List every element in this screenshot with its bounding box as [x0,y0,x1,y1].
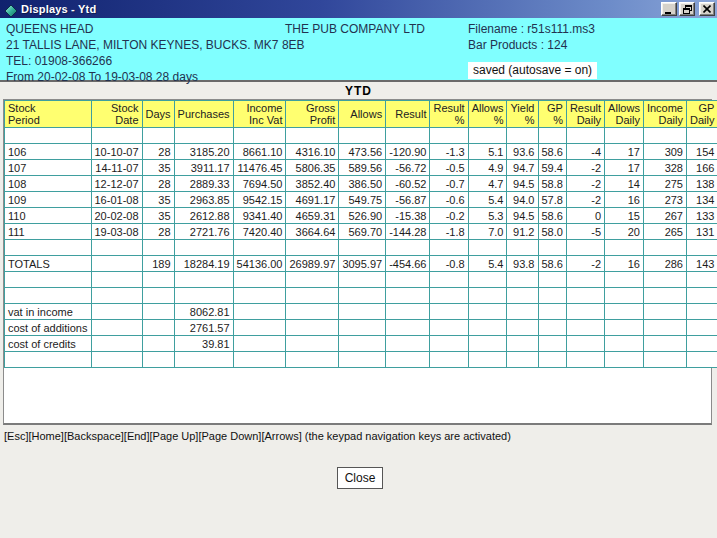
grid-cell[interactable] [468,352,507,368]
grid-cell[interactable]: 4316.10 [286,144,339,160]
grid-cell[interactable] [507,304,538,320]
grid-cell[interactable]: 2889.33 [174,176,233,192]
grid-cell[interactable] [142,128,174,144]
grid-cell[interactable]: 94.0 [507,192,538,208]
grid-cell[interactable] [566,352,604,368]
grid-cell[interactable]: -144.28 [386,224,430,240]
grid-cell[interactable]: 14 [605,176,644,192]
grid-cell[interactable] [386,320,430,336]
grid-cell[interactable]: 549.75 [339,192,386,208]
grid-cell[interactable] [468,128,507,144]
grid-cell[interactable]: 2721.76 [174,224,233,240]
grid-cell[interactable] [142,304,174,320]
grid-cell[interactable]: 133 [686,208,717,224]
grid-cell[interactable]: 5.3 [468,208,507,224]
grid-cell[interactable] [605,128,644,144]
grid-cell[interactable] [286,128,339,144]
grid-cell[interactable]: 309 [643,144,686,160]
grid-cell[interactable] [643,336,686,352]
grid-cell[interactable]: 154 [686,144,717,160]
grid-cell[interactable]: 131 [686,224,717,240]
grid-cell[interactable]: 569.70 [339,224,386,240]
grid-cell[interactable] [5,288,92,304]
grid-cell[interactable] [538,352,566,368]
grid-cell[interactable] [5,128,92,144]
grid-cell[interactable] [538,304,566,320]
grid-cell[interactable] [339,304,386,320]
grid-cell[interactable]: 14-11-07 [91,160,142,176]
grid-cell[interactable]: 473.56 [339,144,386,160]
grid-cell[interactable] [174,272,233,288]
grid-cell[interactable]: 35 [142,192,174,208]
grid-cell[interactable]: 189 [142,256,174,272]
grid-cell[interactable] [468,320,507,336]
grid-cell[interactable] [233,336,286,352]
grid-cell[interactable] [430,272,468,288]
grid-cell[interactable]: 166 [686,160,717,176]
grid-cell[interactable] [686,240,717,256]
grid-cell[interactable]: -120.90 [386,144,430,160]
grid-cell[interactable] [605,240,644,256]
grid-cell[interactable] [91,272,142,288]
grid-cell[interactable] [339,272,386,288]
grid-cell[interactable]: -15.38 [386,208,430,224]
grid-cell[interactable] [286,336,339,352]
grid-cell[interactable]: 8062.81 [174,304,233,320]
grid-cell[interactable] [643,352,686,368]
grid-cell[interactable] [339,320,386,336]
grid-cell[interactable]: 57.8 [538,192,566,208]
grid-cell[interactable]: 110 [5,208,92,224]
grid-cell[interactable] [286,352,339,368]
grid-cell[interactable] [142,272,174,288]
grid-cell[interactable] [566,240,604,256]
grid-cell[interactable] [91,256,142,272]
grid-cell[interactable] [686,288,717,304]
grid-cell[interactable] [174,288,233,304]
grid-cell[interactable]: -0.7 [430,176,468,192]
grid-cell[interactable]: 93.8 [507,256,538,272]
grid-cell[interactable] [339,352,386,368]
grid-cell[interactable] [233,288,286,304]
grid-cell[interactable] [507,336,538,352]
grid-cell[interactable]: 134 [686,192,717,208]
grid-cell[interactable]: 589.56 [339,160,386,176]
grid-cell[interactable]: 273 [643,192,686,208]
grid-cell[interactable]: 94.5 [507,208,538,224]
grid-cell[interactable] [566,288,604,304]
grid-cell[interactable] [566,272,604,288]
grid-cell[interactable]: 59.4 [538,160,566,176]
grid-cell[interactable]: -56.72 [386,160,430,176]
close-button[interactable]: Close [337,467,383,489]
grid-cell[interactable]: -0.5 [430,160,468,176]
grid-cell[interactable] [507,352,538,368]
grid-cell[interactable] [686,352,717,368]
grid-cell[interactable]: 12-12-07 [91,176,142,192]
grid-cell[interactable]: 526.90 [339,208,386,224]
grid-cell[interactable]: 0 [566,208,604,224]
grid-cell[interactable] [233,272,286,288]
grid-cell[interactable]: cost of credits [5,336,92,352]
grid-cell[interactable]: 9341.40 [233,208,286,224]
grid-cell[interactable]: 20-02-08 [91,208,142,224]
grid-cell[interactable]: 143 [686,256,717,272]
grid-cell[interactable]: 17 [605,160,644,176]
grid-cell[interactable]: 267 [643,208,686,224]
grid-cell[interactable] [339,336,386,352]
grid-cell[interactable]: -1.3 [430,144,468,160]
grid-cell[interactable]: 35 [142,160,174,176]
minimize-button[interactable] [661,2,677,16]
grid-cell[interactable] [233,320,286,336]
grid-cell[interactable]: 4.9 [468,160,507,176]
grid-cell[interactable] [142,320,174,336]
grid-cell[interactable]: 111 [5,224,92,240]
grid-cell[interactable] [538,288,566,304]
grid-cell[interactable] [686,272,717,288]
grid-cell[interactable]: 54136.00 [233,256,286,272]
grid-cell[interactable]: 138 [686,176,717,192]
grid-cell[interactable] [566,128,604,144]
grid-cell[interactable] [468,272,507,288]
grid-cell[interactable]: 19-03-08 [91,224,142,240]
grid-cell[interactable] [5,272,92,288]
grid-cell[interactable] [538,240,566,256]
grid-cell[interactable]: -0.8 [430,256,468,272]
